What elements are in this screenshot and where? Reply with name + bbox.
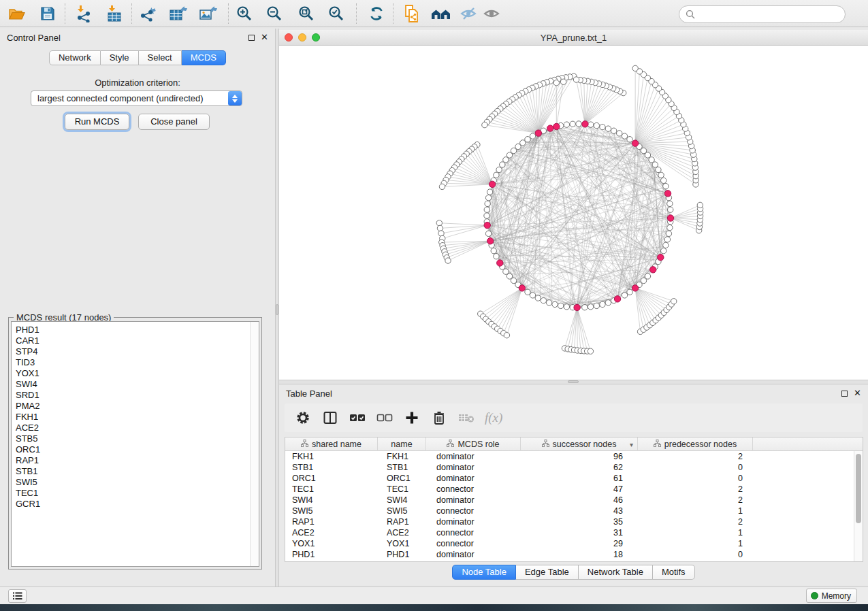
export-table-icon[interactable]: [167, 4, 188, 23]
result-node-item[interactable]: STB1: [12, 466, 249, 477]
save-session-icon[interactable]: [37, 4, 58, 23]
tab-select[interactable]: Select: [139, 50, 182, 65]
status-bar: Memory: [0, 587, 868, 604]
memory-status-icon: [811, 592, 818, 599]
task-history-button[interactable]: [8, 589, 27, 603]
result-node-item[interactable]: PMA2: [12, 401, 249, 412]
select-all-rows-icon[interactable]: [349, 409, 366, 427]
import-network-icon[interactable]: [74, 4, 94, 23]
table-scrollbar[interactable]: [854, 451, 863, 561]
column-header-shared-name[interactable]: shared name: [285, 437, 378, 451]
result-node-item[interactable]: RAP1: [12, 455, 249, 466]
tab-motifs[interactable]: Motifs: [653, 565, 695, 580]
export-network-icon[interactable]: [138, 4, 158, 23]
import-table-icon[interactable]: [104, 4, 125, 23]
hide-selected-icon[interactable]: [459, 4, 479, 23]
network-window-titlebar[interactable]: YPA_prune.txt_1: [279, 30, 868, 46]
search-icon: [686, 10, 695, 19]
column-header-filler: [753, 437, 863, 451]
result-node-item[interactable]: SWI4: [12, 379, 249, 390]
show-column-panel-icon[interactable]: [321, 409, 339, 427]
column-header-successor-nodes[interactable]: successor nodes▾: [521, 437, 638, 451]
tab-network-table[interactable]: Network Table: [579, 565, 653, 580]
horizontal-splitter[interactable]: [279, 380, 868, 384]
tab-network[interactable]: Network: [49, 50, 101, 65]
column-header-MCDS-role[interactable]: MCDS role: [426, 437, 521, 451]
zoom-fit-icon[interactable]: [296, 4, 317, 23]
open-session-icon[interactable]: [6, 4, 27, 23]
node-table: shared namenameMCDS rolesuccessor nodes▾…: [285, 437, 863, 562]
mcds-result-groupbox: MCDS result (17 nodes) PHD1CAR1STP4TID3Y…: [8, 317, 262, 569]
close-panel-button[interactable]: Close panel: [138, 114, 210, 130]
toolbar-separator: [131, 3, 132, 24]
table-type-tabs: Node TableEdge TableNetwork TableMotifs: [279, 565, 868, 580]
mcds-result-list[interactable]: PHD1CAR1STP4TID3YOX1SWI4SRD1PMA2FKH1ACE2…: [11, 321, 259, 567]
sort-indicator-icon: ▾: [630, 441, 633, 448]
scrollbar-thumb[interactable]: [856, 454, 861, 523]
table-row-SWI5[interactable]: SWI5SWI5connector431: [285, 506, 854, 516]
table-row-STB1[interactable]: STB1STB1dominator620: [285, 462, 854, 473]
network-graph[interactable]: [279, 46, 868, 380]
table-row-FKH1[interactable]: FKH1FKH1dominator962: [285, 451, 854, 462]
delete-column-trash-icon[interactable]: [430, 409, 448, 427]
shared-column-icon: [447, 440, 454, 449]
tab-edge-table[interactable]: Edge Table: [516, 565, 579, 580]
network-title: YPA_prune.txt_1: [279, 33, 868, 43]
table-row-YOX1[interactable]: YOX1YOX1connector291: [285, 538, 854, 549]
dropdown-stepper-icon: [228, 91, 242, 105]
main-toolbar: [0, 0, 868, 27]
first-neighbors-icon[interactable]: [431, 4, 451, 23]
run-mcds-button[interactable]: Run MCDS: [65, 114, 129, 130]
table-row-SWI4[interactable]: SWI4SWI4dominator462: [285, 495, 854, 506]
result-node-item[interactable]: SWI5: [12, 477, 249, 488]
refresh-icon[interactable]: [366, 4, 387, 23]
result-node-item[interactable]: FKH1: [12, 412, 249, 423]
result-node-item[interactable]: ORC1: [12, 444, 249, 455]
memory-button[interactable]: Memory: [806, 589, 857, 603]
criterion-dropdown[interactable]: largest connected component (undirected): [31, 90, 242, 106]
result-node-item[interactable]: CAR1: [12, 335, 249, 346]
result-node-item[interactable]: TID3: [12, 357, 249, 368]
shared-column-icon: [542, 440, 549, 449]
table-row-TEC1[interactable]: TEC1TEC1connector472: [285, 484, 854, 495]
search-field[interactable]: [699, 10, 845, 20]
deselect-all-rows-icon[interactable]: [376, 409, 393, 427]
tab-node-table[interactable]: Node Table: [452, 565, 516, 580]
network-canvas[interactable]: [279, 46, 868, 380]
optimization-label: Optimization criterion:: [0, 78, 275, 88]
export-image-icon[interactable]: [197, 4, 218, 23]
column-header-name[interactable]: name: [378, 437, 426, 451]
result-node-item[interactable]: TEC1: [12, 488, 249, 499]
table-row-ACE2[interactable]: ACE2ACE2connector311: [285, 527, 854, 538]
result-node-item[interactable]: GCR1: [12, 499, 249, 510]
network-view-window: YPA_prune.txt_1: [279, 30, 868, 380]
zoom-selected-icon[interactable]: [326, 4, 347, 23]
tab-style[interactable]: Style: [101, 50, 139, 65]
tab-mcds[interactable]: MCDS: [182, 50, 226, 65]
column-header-predecessor-nodes[interactable]: predecessor nodes: [638, 437, 753, 451]
result-node-item[interactable]: STB5: [12, 433, 249, 444]
search-input[interactable]: [679, 5, 846, 23]
result-node-item[interactable]: ACE2: [12, 423, 249, 433]
table-row-RAP1[interactable]: RAP1RAP1dominator352: [285, 516, 854, 527]
result-node-item[interactable]: SRD1: [12, 390, 249, 401]
copy-style-icon[interactable]: [402, 4, 422, 23]
add-column-icon[interactable]: [403, 409, 421, 427]
result-node-item[interactable]: YOX1: [12, 368, 249, 379]
show-all-icon[interactable]: [482, 4, 502, 23]
table-row-ORC1[interactable]: ORC1ORC1dominator610: [285, 473, 854, 484]
table-row-PHD1[interactable]: PHD1PHD1dominator180: [285, 549, 854, 560]
result-node-item[interactable]: STP4: [12, 346, 249, 357]
toolbar-separator: [65, 3, 65, 24]
close-panel-icon[interactable]: ✕: [261, 34, 268, 41]
zoom-in-icon[interactable]: [234, 4, 255, 23]
result-scrollbar[interactable]: [250, 322, 259, 566]
float-table-panel-icon[interactable]: [841, 391, 848, 397]
float-panel-icon[interactable]: [248, 35, 255, 41]
table-settings-gear-icon[interactable]: [294, 409, 312, 427]
zoom-out-icon[interactable]: [264, 4, 285, 23]
task-list-icon: [13, 592, 22, 600]
result-node-item[interactable]: PHD1: [12, 325, 249, 335]
table-panel-title: Table Panel: [286, 389, 332, 399]
close-table-panel-icon[interactable]: ✕: [854, 390, 861, 397]
